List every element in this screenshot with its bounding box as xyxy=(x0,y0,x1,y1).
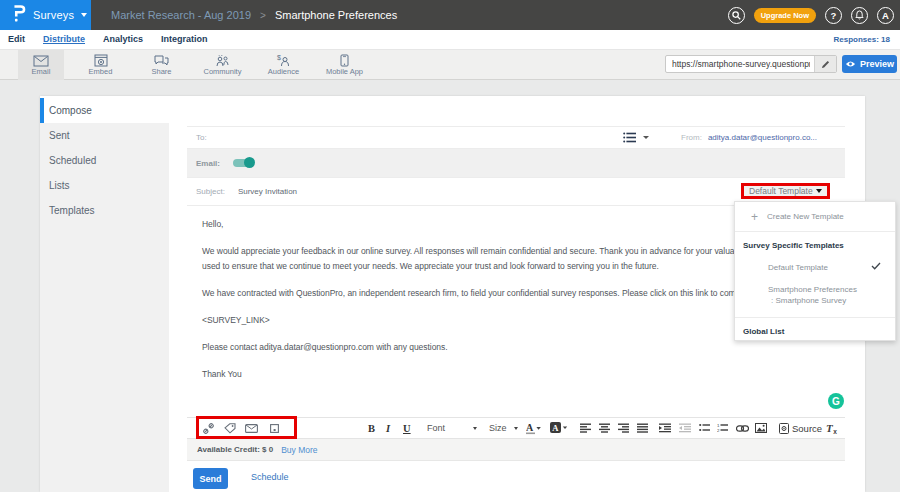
background-color-button[interactable]: A xyxy=(550,418,567,438)
insert-survey-link-button[interactable] xyxy=(203,418,214,438)
sidebar-item-lists[interactable]: Lists xyxy=(40,173,169,198)
align-center-button[interactable] xyxy=(599,418,610,438)
pencil-icon xyxy=(821,60,830,69)
contact-list-icon[interactable] xyxy=(623,132,636,143)
from-email-value[interactable]: aditya.datar@questionpro.co... xyxy=(708,133,817,142)
size-dropdown-caret-icon[interactable] xyxy=(514,418,518,438)
font-dropdown[interactable]: Font xyxy=(427,418,445,438)
avatar[interactable]: A xyxy=(877,7,894,24)
channel-share[interactable]: Share xyxy=(131,50,192,80)
increase-indent-button[interactable] xyxy=(659,418,671,438)
insert-template-button[interactable] xyxy=(270,418,279,438)
body-line: Please contact aditya.datar@questionpro.… xyxy=(202,340,845,355)
menu-section-global-list[interactable]: Global List xyxy=(743,327,895,336)
audience-icon: $ xyxy=(276,54,291,67)
eye-icon xyxy=(845,60,856,68)
bulleted-list-button[interactable] xyxy=(699,418,710,438)
menu-item-distribute[interactable]: Distribute xyxy=(43,34,85,45)
breadcrumb: Market Research - Aug 2019 > Smartphone … xyxy=(111,9,397,21)
survey-url-input[interactable] xyxy=(666,59,814,69)
plus-icon: + xyxy=(751,212,758,222)
insert-link-button[interactable] xyxy=(736,418,749,438)
from-label: From: xyxy=(681,133,702,142)
email-toggle[interactable] xyxy=(233,159,254,167)
align-justify-button[interactable] xyxy=(637,418,648,438)
breadcrumb-separator: > xyxy=(260,10,266,21)
svg-text:A: A xyxy=(526,422,534,433)
channel-community[interactable]: Community xyxy=(192,50,253,80)
template-select[interactable]: Default Template xyxy=(749,186,816,196)
underline-button[interactable]: U xyxy=(403,418,411,438)
insert-email-button[interactable] xyxy=(245,418,258,438)
chain-link-icon xyxy=(736,425,749,432)
decrease-indent-button[interactable] xyxy=(679,418,691,438)
align-left-button[interactable] xyxy=(580,418,591,438)
size-dropdown[interactable]: Size xyxy=(489,418,507,438)
remove-format-button[interactable]: Tx xyxy=(826,418,839,438)
source-button[interactable]: Source xyxy=(779,418,822,438)
subject-value[interactable]: Survey Invitation xyxy=(238,187,297,196)
channel-mobile-app[interactable]: Mobile App xyxy=(314,50,375,80)
product-name: Surveys xyxy=(33,9,74,21)
insert-tag-button[interactable] xyxy=(224,418,236,438)
to-row: To: From: aditya.datar@questionpro.co... xyxy=(187,126,845,149)
upgrade-now-button[interactable]: Upgrade Now xyxy=(754,8,816,23)
available-credit-label: Available Credit: $ 0 xyxy=(197,445,273,454)
check-icon xyxy=(871,262,881,270)
svg-text:A: A xyxy=(552,423,559,433)
menu-item-create-new-template[interactable]: + Create New Template xyxy=(735,202,895,232)
survey-url-box xyxy=(665,55,837,73)
svg-text:2: 2 xyxy=(717,428,720,433)
numbered-list-button[interactable]: 12 xyxy=(717,418,728,438)
email-sidebar: Compose Sent Scheduled Lists Templates xyxy=(40,98,169,492)
insert-image-button[interactable] xyxy=(755,418,767,438)
menu-item-edit[interactable]: Edit xyxy=(8,34,25,45)
menu-item-default-template[interactable]: Default Template xyxy=(768,263,895,272)
channel-embed[interactable]: Embed xyxy=(70,50,131,80)
text-color-button[interactable]: A xyxy=(526,418,542,438)
menu-item-smartphone-preferences[interactable]: Smartphone Preferences : Smartphone Surv… xyxy=(768,284,895,306)
toggle-knob xyxy=(244,157,255,168)
buy-more-link[interactable]: Buy More xyxy=(281,445,317,455)
sidebar-item-templates[interactable]: Templates xyxy=(40,198,169,223)
template-select-caret-icon xyxy=(816,189,822,193)
italic-button[interactable]: I xyxy=(386,418,390,438)
bell-icon xyxy=(855,10,864,20)
sidebar-item-sent[interactable]: Sent xyxy=(40,123,169,148)
send-button[interactable]: Send xyxy=(193,468,228,489)
align-left-icon xyxy=(580,423,591,433)
breadcrumb-survey[interactable]: Market Research - Aug 2019 xyxy=(111,9,251,21)
body-line: Thank You xyxy=(202,367,845,382)
help-button[interactable]: ? xyxy=(825,7,842,24)
align-justify-icon xyxy=(637,423,648,433)
search-button[interactable] xyxy=(728,7,745,24)
email-toggle-row: Email: xyxy=(187,149,845,178)
responses-count[interactable]: Responses: 18 xyxy=(834,35,890,44)
product-switcher[interactable]: Surveys xyxy=(0,0,91,30)
mobile-app-icon xyxy=(340,54,349,67)
mail-icon xyxy=(245,424,258,433)
schedule-link[interactable]: Schedule xyxy=(251,472,289,482)
email-toggle-label: Email: xyxy=(196,159,220,168)
menu-item-analytics[interactable]: Analytics xyxy=(103,34,143,45)
preview-button[interactable]: Preview xyxy=(842,55,897,73)
grammarly-icon[interactable]: G xyxy=(828,393,844,409)
align-right-icon xyxy=(618,423,629,433)
channel-audience[interactable]: $ Audience xyxy=(253,50,314,80)
contact-list-caret-icon[interactable] xyxy=(643,136,649,139)
menu-item-integration[interactable]: Integration xyxy=(161,34,208,45)
notifications-button[interactable] xyxy=(851,7,868,24)
font-dropdown-caret-icon[interactable] xyxy=(473,418,477,438)
align-right-button[interactable] xyxy=(618,418,629,438)
sidebar-item-scheduled[interactable]: Scheduled xyxy=(40,148,169,173)
edit-url-button[interactable] xyxy=(814,56,836,72)
sidebar-item-compose[interactable]: Compose xyxy=(40,98,169,123)
breadcrumb-page: Smartphone Preferences xyxy=(275,9,397,21)
increase-indent-icon xyxy=(659,423,671,433)
search-icon xyxy=(732,11,741,20)
bulleted-list-icon xyxy=(699,423,710,433)
bold-button[interactable]: B xyxy=(368,418,375,438)
channel-email[interactable]: Email xyxy=(18,50,64,80)
to-label: To: xyxy=(196,133,207,142)
menu-section-survey-specific: Survey Specific Templates xyxy=(743,241,895,250)
